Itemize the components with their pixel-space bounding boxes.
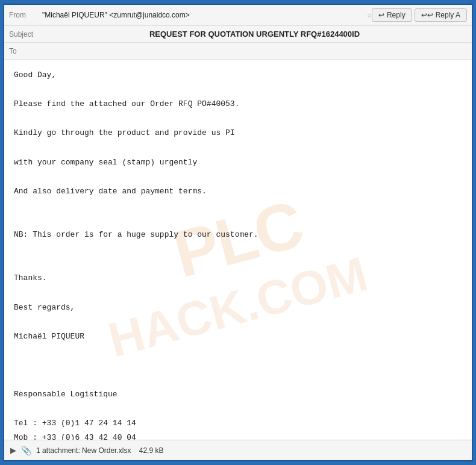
reply-label: Reply — [387, 11, 406, 19]
reply-all-button[interactable]: ↩↩ Reply A — [415, 8, 467, 22]
reply-all-label: Reply A — [436, 11, 460, 19]
body-line-24 — [14, 402, 462, 416]
to-row: To — [4, 43, 472, 60]
body-line-5: Kindly go through the product and provid… — [14, 126, 462, 140]
header-actions: ↩ Reply ↩↩ Reply A — [372, 8, 467, 22]
expand-attachment-icon[interactable]: ▶ — [10, 446, 16, 455]
body-line-14 — [14, 257, 462, 270]
body-line-20 — [14, 345, 462, 358]
body-line-16 — [14, 286, 462, 299]
body-line-1: Good Day, — [14, 69, 462, 82]
body-line-13 — [14, 243, 462, 256]
subject-label: Subject — [9, 30, 42, 39]
body-line-19: Michaël PIQUEUR — [14, 330, 462, 343]
body-line-6 — [14, 141, 462, 154]
email-body: PLC HACK.COM Good Day, Please find the a… — [4, 60, 472, 440]
body-line-12: NB: This order is for a huge supply to o… — [14, 228, 462, 242]
subject-value: REQUEST FOR QUOTATION URGENTLY RFQ#16244… — [42, 30, 467, 39]
from-row: From "Michaël PIQUEUR" <zumrut@junaidco.… — [4, 5, 472, 26]
from-label: From — [9, 11, 42, 19]
attachment-filename[interactable]: 1 attachment: New Order.xlsx — [36, 446, 131, 455]
subject-row: Subject REQUEST FOR QUOTATION URGENTLY R… — [4, 26, 472, 43]
body-line-17: Best regards, — [14, 301, 462, 314]
star-icon[interactable]: ☆ — [367, 10, 372, 20]
body-line-7: with your company seal (stamp) urgently — [14, 156, 462, 169]
email-footer: ▶ 📎 1 attachment: New Order.xlsx 42,9 kB — [4, 440, 472, 460]
body-line-9: And also delivery date and payment terms… — [14, 185, 462, 198]
body-line-21 — [14, 359, 462, 372]
reply-arrow-icon: ↩ — [378, 11, 384, 19]
body-content: Good Day, Please find the attached our O… — [14, 69, 462, 440]
body-line-11 — [14, 214, 462, 227]
body-line-4 — [14, 112, 462, 125]
body-line-25: Tel : +33 (0)1 47 24 14 14 — [14, 417, 462, 430]
body-line-15: Thanks. — [14, 272, 462, 285]
body-line-2 — [14, 83, 462, 96]
body-line-3: Please find the attached our Order RFQ P… — [14, 98, 462, 111]
body-line-10 — [14, 199, 462, 213]
to-label: To — [9, 47, 42, 55]
body-line-23: Responsable Logistique — [14, 388, 462, 401]
body-line-8 — [14, 170, 462, 184]
reply-all-arrow-icon: ↩↩ — [421, 11, 433, 19]
body-line-18 — [14, 316, 462, 329]
attachment-size: 42,9 kB — [139, 446, 164, 455]
email-window: From "Michaël PIQUEUR" <zumrut@junaidco.… — [3, 4, 473, 461]
body-line-22 — [14, 373, 462, 387]
body-line-26: Mob : +33 (0)6 43 42 40 04 — [14, 431, 462, 440]
email-header: From "Michaël PIQUEUR" <zumrut@junaidco.… — [4, 5, 472, 60]
attachment-label: 1 attachment: New Order.xlsx 42,9 kB — [36, 446, 163, 455]
reply-button[interactable]: ↩ Reply — [372, 8, 412, 22]
from-value: "Michaël PIQUEUR" <zumrut@junaidco.com> — [42, 11, 365, 19]
paperclip-icon: 📎 — [21, 446, 31, 455]
